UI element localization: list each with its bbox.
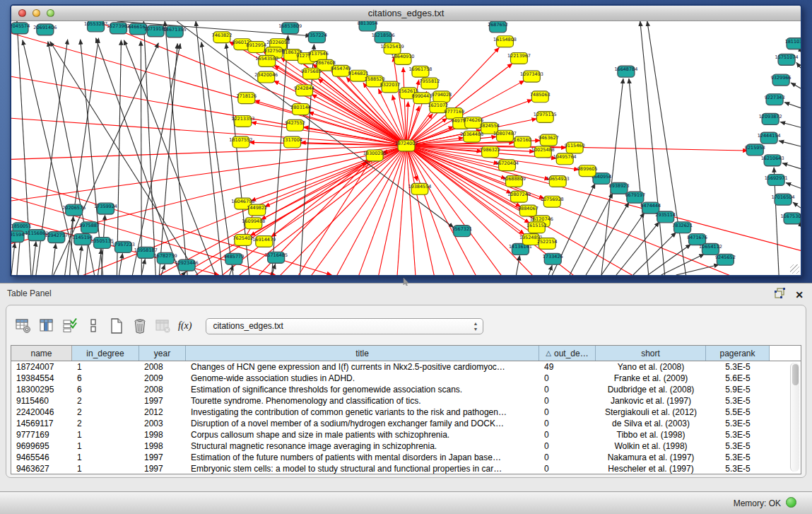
network-node[interactable]: 16210643	[761, 155, 784, 166]
network-node[interactable]: 10807249	[507, 191, 531, 202]
network-node[interactable]: 16720404	[495, 160, 519, 171]
table-cell[interactable]: 1	[72, 452, 139, 463]
table-cell[interactable]: 5.6E-5	[706, 373, 770, 384]
network-node[interactable]: 9794028	[431, 91, 452, 103]
network-node[interactable]: 8215958	[745, 144, 765, 156]
network-node[interactable]: 1615152	[526, 222, 547, 233]
table-row[interactable]: 2242004622012Investigating the contribut…	[11, 407, 801, 418]
network-node[interactable]: 16914479	[252, 236, 276, 247]
table-cell[interactable]: Nakamura et al. (1997)	[596, 452, 706, 463]
table-cell[interactable]: 9777169	[11, 429, 72, 440]
network-node[interactable]: 17359924	[94, 203, 117, 214]
network-node[interactable]: 2935114	[655, 211, 676, 223]
table-cell[interactable]: 0	[539, 463, 596, 474]
network-node[interactable]: 9975887	[79, 222, 100, 233]
table-cell[interactable]: Tibbo et al. (1998)	[596, 429, 706, 440]
network-node[interactable]: 12923446	[175, 259, 199, 271]
table-cell[interactable]: 5.5E-5	[706, 407, 770, 418]
table-cell[interactable]: 0	[539, 407, 596, 418]
table-cell[interactable]: Investigating the contribution of common…	[186, 407, 539, 418]
network-node[interactable]: 9875685	[301, 68, 322, 79]
table-cell[interactable]: 2003	[139, 418, 186, 429]
minimize-window-button[interactable]	[33, 9, 40, 17]
table-cell[interactable]: 1	[72, 361, 139, 373]
table-cell[interactable]: 5.3E-5	[706, 440, 770, 452]
table-cell[interactable]: 1997	[139, 452, 186, 463]
table-cell[interactable]: 5.3E-5	[706, 418, 770, 429]
row-select-icon[interactable]	[61, 317, 78, 334]
memory-status-indicator[interactable]	[786, 497, 796, 508]
network-node[interactable]: 7986322	[480, 146, 500, 158]
network-node[interactable]: 10688809	[502, 176, 526, 187]
close-window-button[interactable]	[18, 9, 26, 17]
network-node[interactable]: 16099488	[242, 218, 265, 229]
table-cell[interactable]: Hescheler et al. (1997)	[596, 463, 706, 474]
float-panel-icon[interactable]	[775, 288, 785, 301]
table-cell[interactable]: 9115460	[11, 395, 72, 407]
table-row[interactable]: 1872400712008Changes of HCN gene express…	[11, 361, 801, 373]
network-node[interactable]: 10973493	[520, 71, 543, 82]
network-node[interactable]: 10553287	[84, 21, 107, 32]
table-cell[interactable]: 0	[539, 440, 596, 452]
network-node[interactable]: 2718126	[236, 93, 257, 104]
table-cell[interactable]: 1997	[139, 395, 186, 407]
table-cell[interactable]: 5.3E-5	[706, 361, 770, 373]
table-cell[interactable]: 49	[539, 361, 596, 373]
network-node[interactable]: 18640910	[392, 53, 415, 64]
network-node[interactable]: 12213353	[231, 116, 254, 127]
table-cell[interactable]: 1	[72, 429, 139, 440]
network-node[interactable]: 17016504	[772, 194, 795, 205]
network-node[interactable]: 8322037	[380, 81, 401, 93]
table-cell[interactable]: Tourette syndrome. Phenomenology and cla…	[186, 395, 539, 407]
network-node[interactable]: 2045574	[11, 23, 30, 34]
network-node[interactable]: 12942757	[45, 232, 68, 243]
table-cell[interactable]: 19384554	[11, 373, 72, 384]
network-node[interactable]: 8813054	[358, 21, 378, 31]
table-cell[interactable]: 2008	[139, 361, 186, 373]
table-cell[interactable]: 0	[539, 452, 596, 463]
table-cell[interactable]: Dudbridge et al. (2008)	[596, 384, 706, 395]
network-node[interactable]: 7357224	[307, 32, 327, 43]
network-node[interactable]: 12975115	[534, 112, 557, 123]
table-cell[interactable]: 9465546	[11, 452, 72, 463]
network-canvas[interactable]: 2045574206914061055328715273962646616110…	[11, 21, 801, 275]
network-node[interactable]: 9227343	[765, 94, 785, 105]
table-cell[interactable]: 2	[72, 418, 139, 429]
network-node[interactable]: 16782759	[154, 252, 177, 264]
table-cell[interactable]: 6	[72, 384, 139, 395]
table-cell[interactable]: Genome-wide association studies in ADHD.	[186, 373, 539, 384]
table-row[interactable]: 1938455462009Genome-wide association stu…	[11, 373, 801, 384]
table-cell[interactable]: Embryonic stem cells: a model to study s…	[186, 463, 539, 474]
vertical-scrollbar[interactable]	[790, 363, 799, 472]
table-cell[interactable]: 0	[539, 384, 596, 395]
table-cell[interactable]: 6	[72, 373, 139, 384]
column-header-year[interactable]: year	[139, 346, 186, 361]
table-cell[interactable]: 2009	[139, 373, 186, 384]
network-node[interactable]: 20206576	[62, 204, 86, 216]
table-cell[interactable]: 0	[539, 429, 596, 440]
network-node[interactable]: 12444154	[758, 132, 781, 144]
network-node[interactable]: 9329966	[771, 74, 792, 86]
network-node[interactable]: 15716485	[264, 252, 288, 263]
network-node[interactable]: 11675308	[781, 213, 801, 224]
table-row[interactable]: 946554611997Estimation of the future num…	[11, 452, 801, 463]
table-cell[interactable]: 1998	[139, 429, 186, 440]
table-row[interactable]: 977716911998Corpus callosum shape and si…	[11, 429, 801, 440]
network-node[interactable]: 20691406	[33, 24, 57, 35]
table-cell[interactable]: 5.9E-5	[706, 384, 770, 395]
table-cell[interactable]: Structural magnetic resonance image aver…	[186, 440, 539, 452]
network-node[interactable]: 2522154	[537, 238, 558, 250]
table-cell[interactable]: Estimation of significance thresholds fo…	[186, 384, 539, 395]
column-header-short[interactable]: short	[596, 346, 706, 361]
network-node[interactable]: 23420046	[254, 71, 278, 83]
table-cell[interactable]: 2	[72, 407, 139, 418]
function-builder-icon[interactable]: f(x)	[178, 320, 192, 332]
table-cell[interactable]: Yano et al. (2008)	[596, 361, 706, 373]
network-node[interactable]: 9567321	[452, 226, 472, 237]
network-node[interactable]: 19495764	[553, 153, 577, 165]
network-node[interactable]: 19384554	[408, 183, 431, 194]
delete-trash-icon[interactable]	[131, 317, 148, 334]
column-header-name[interactable]: name	[11, 346, 72, 361]
network-node[interactable]: 1145194	[72, 234, 93, 245]
network-node[interactable]: 9884067	[518, 205, 539, 216]
